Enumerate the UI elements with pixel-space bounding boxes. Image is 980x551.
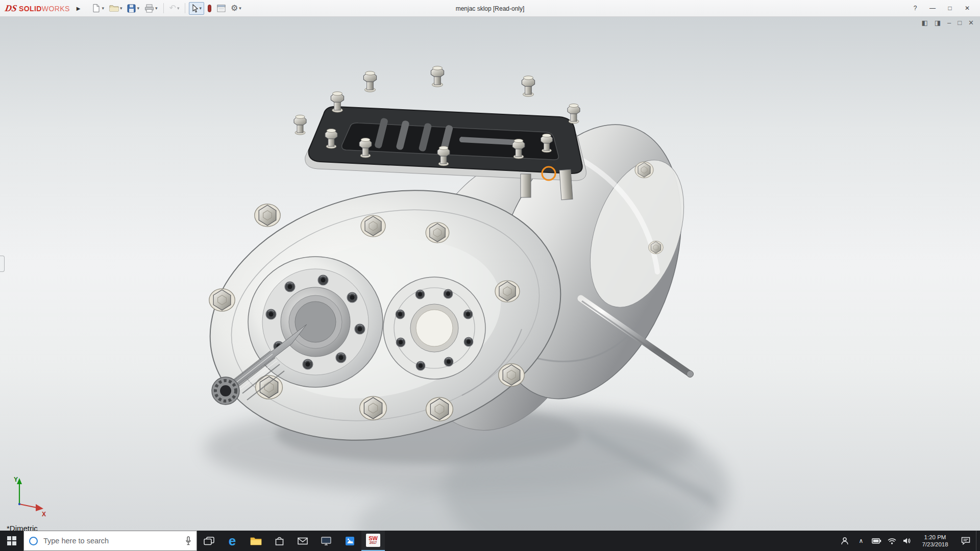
speaker-icon xyxy=(903,537,911,544)
new-document-button[interactable]: ▾ xyxy=(90,2,106,14)
clock-time: 1:20 PM xyxy=(924,534,946,541)
new-document-icon xyxy=(92,4,101,13)
solidworks-app-icon: SW 2017 xyxy=(366,534,380,547)
wifi-icon xyxy=(888,538,896,544)
mail-envelope-icon xyxy=(298,537,308,545)
y-axis-label: Y xyxy=(14,476,18,483)
maximize-button[interactable]: □ xyxy=(941,0,959,17)
help-button[interactable]: ? xyxy=(906,0,924,17)
x-axis-arrow xyxy=(36,504,43,511)
title-bar: DS SOLIDWORKS ▶ ▾ ▾ ▾ ▾ ↶ xyxy=(0,0,980,17)
task-view-button[interactable] xyxy=(197,531,220,551)
orientation-triad: Y X xyxy=(11,474,52,517)
tray-overflow-button[interactable]: ∧ xyxy=(853,531,869,551)
photos-icon xyxy=(345,536,355,546)
properties-panel-button[interactable] xyxy=(215,3,228,14)
cortana-icon xyxy=(29,537,38,545)
save-button[interactable]: ▾ xyxy=(125,3,141,14)
monitor-app-button[interactable] xyxy=(314,531,338,551)
select-cursor-icon xyxy=(191,4,198,13)
solidworks-window: DS SOLIDWORKS ▶ ▾ ▾ ▾ ▾ ↶ xyxy=(0,0,980,551)
microphone-icon[interactable] xyxy=(185,536,191,545)
undo-icon: ↶ xyxy=(169,4,176,12)
start-button[interactable] xyxy=(0,531,23,551)
photos-app-button[interactable] xyxy=(338,531,361,551)
people-button[interactable] xyxy=(836,531,853,551)
file-explorer-icon xyxy=(250,536,262,545)
open-folder-icon xyxy=(109,4,119,12)
taskbar-spacer xyxy=(385,531,836,551)
panel-splitter-tab[interactable] xyxy=(0,256,5,272)
document-title: menjac sklop [Read-only] xyxy=(456,0,525,17)
view-orientation-label: *Dimetric xyxy=(7,524,38,531)
document-window-controls: ◧ ◨ – □ ✕ xyxy=(921,19,974,26)
minimize-button[interactable]: — xyxy=(924,0,941,17)
doc-minimize-button[interactable]: – xyxy=(947,19,951,26)
close-button[interactable]: ✕ xyxy=(959,0,976,17)
clock-date: 7/23/2018 xyxy=(922,541,948,548)
window-controls: ? — □ ✕ xyxy=(906,0,980,17)
doc-restore-button[interactable]: □ xyxy=(958,19,962,26)
file-explorer-button[interactable] xyxy=(244,531,267,551)
graphics-area[interactable]: ◧ ◨ – □ ✕ xyxy=(0,17,980,531)
show-desktop-button[interactable] xyxy=(976,531,980,551)
edge-icon: e xyxy=(229,534,236,547)
logo-ds: DS xyxy=(4,3,18,14)
undo-button[interactable]: ↶ ▾ xyxy=(167,3,182,14)
gearbox-model[interactable] xyxy=(185,66,730,531)
action-center-icon xyxy=(961,537,970,545)
battery-button[interactable] xyxy=(869,531,884,551)
task-view-icon xyxy=(204,537,214,545)
search-input[interactable] xyxy=(42,536,181,545)
action-center-button[interactable] xyxy=(955,531,976,551)
red-cylinder-icon xyxy=(207,4,212,13)
store-button[interactable] xyxy=(267,531,291,551)
save-icon xyxy=(127,4,136,13)
taskbar-clock[interactable]: 1:20 PM 7/23/2018 xyxy=(915,531,955,551)
windows-taskbar: e xyxy=(0,531,980,551)
system-tray: ∧ xyxy=(836,531,980,551)
quick-access-toolbar: ▾ ▾ ▾ ▾ ↶ ▾ ▾ xyxy=(90,2,243,15)
print-icon xyxy=(144,4,154,13)
select-tool-button[interactable]: ▾ xyxy=(189,2,204,15)
x-axis-label: X xyxy=(42,511,46,517)
properties-panel-icon xyxy=(217,5,226,12)
edge-browser-button[interactable]: e xyxy=(220,531,244,551)
mail-button[interactable] xyxy=(291,531,314,551)
toolbar-separator xyxy=(185,3,185,13)
bearing-flange[interactable] xyxy=(383,277,485,379)
monitor-icon xyxy=(321,537,331,545)
z-axis-origin xyxy=(18,503,20,505)
battery-icon xyxy=(872,538,881,544)
open-button[interactable]: ▾ xyxy=(107,3,125,14)
volume-button[interactable] xyxy=(899,531,915,551)
pane-left-icon[interactable]: ◧ xyxy=(921,19,927,26)
solidworks-logo: DS SOLIDWORKS xyxy=(5,3,70,14)
print-button[interactable]: ▾ xyxy=(142,3,160,14)
gear-icon: ⚙ xyxy=(231,4,238,12)
windows-logo-icon xyxy=(7,536,16,545)
network-button[interactable] xyxy=(884,531,899,551)
chevron-up-icon: ∧ xyxy=(859,537,864,544)
taskbar-search[interactable] xyxy=(23,531,197,551)
menu-flyout-arrow[interactable]: ▶ xyxy=(74,5,83,12)
store-bag-icon xyxy=(275,536,284,546)
doc-close-button[interactable]: ✕ xyxy=(968,19,974,26)
people-icon xyxy=(841,537,849,545)
gearbox-model-canvas[interactable] xyxy=(0,17,980,531)
appearance-tool-button[interactable] xyxy=(205,3,214,14)
options-button[interactable]: ⚙ ▾ xyxy=(229,3,243,14)
toolbar-separator xyxy=(163,3,164,13)
pane-right-icon[interactable]: ◨ xyxy=(935,19,941,26)
solidworks-taskbar-button[interactable]: SW 2017 xyxy=(361,531,385,551)
